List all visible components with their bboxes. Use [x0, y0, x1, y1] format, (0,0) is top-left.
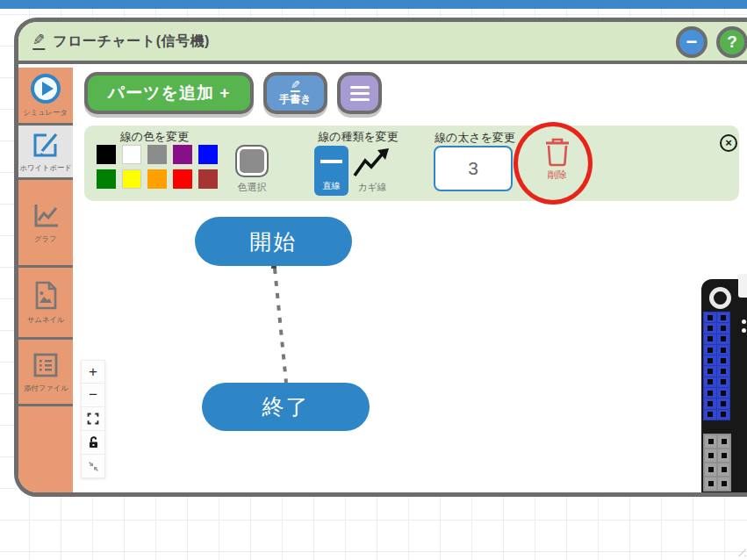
- shrink-icon: [88, 461, 99, 472]
- whiteboard-edit-icon: [31, 130, 61, 160]
- sidebar-item-simulator[interactable]: シミュレータ: [18, 68, 73, 126]
- board-pin: [704, 345, 716, 355]
- gpio-header-gray: [703, 434, 731, 492]
- lock-button[interactable]: [81, 431, 105, 455]
- board-pin: [717, 355, 729, 365]
- board-pin: [705, 435, 716, 448]
- flowchart-node-end[interactable]: 終了: [202, 383, 370, 431]
- board-pin: [704, 334, 716, 344]
- window-titlebar: ✎ フローチャート(信号機) − ?: [18, 22, 747, 64]
- board-pin: [704, 355, 716, 365]
- zoom-in-button[interactable]: +: [81, 360, 105, 384]
- board-pin: [717, 312, 729, 322]
- color-swatch[interactable]: [147, 169, 167, 189]
- color-swatch[interactable]: [97, 169, 116, 189]
- color-picker-label: 色選択: [228, 181, 276, 194]
- play-icon: [30, 73, 61, 104]
- board-pin: [704, 366, 716, 376]
- board-pin: [718, 477, 729, 490]
- board-pin: [705, 477, 716, 490]
- lock-icon: [88, 436, 99, 449]
- sidebar-item-label: サムネイル: [27, 314, 64, 325]
- flowchart-window: ✎ フローチャート(信号機) − ? シミュレータ ホワイトボード: [14, 18, 747, 497]
- board-pin: [704, 410, 716, 420]
- board-pin: [704, 312, 716, 322]
- straight-line-button[interactable]: 直線: [314, 146, 348, 196]
- board-pin: [717, 334, 729, 344]
- delete-button[interactable]: 削除: [538, 137, 577, 190]
- color-swatch[interactable]: [122, 145, 141, 164]
- board-pin: [717, 345, 729, 355]
- fit-view-button[interactable]: [81, 407, 105, 431]
- angled-line-button[interactable]: [353, 148, 391, 178]
- sidebar: シミュレータ ホワイトボード グラフ サムネイル: [18, 68, 73, 492]
- help-button[interactable]: ?: [716, 26, 747, 58]
- zoom-out-button[interactable]: −: [81, 384, 105, 407]
- sidebar-item-label: 添付ファイル: [24, 383, 68, 393]
- line-chart-icon: [30, 201, 61, 231]
- sidebar-item-label: グラフ: [34, 233, 56, 244]
- sidebar-item-attachments[interactable]: 添付ファイル: [18, 340, 73, 406]
- color-swatch[interactable]: [173, 169, 192, 189]
- resize-corner-hint: [736, 546, 746, 556]
- image-file-icon: [31, 280, 61, 312]
- color-swatch[interactable]: [122, 169, 141, 189]
- board-pin: [704, 398, 716, 408]
- thickness-section-label: 線の太さを変更: [427, 130, 523, 146]
- fit-view-icon: [87, 413, 99, 425]
- board-pin: [717, 377, 729, 387]
- board-pin: [718, 435, 729, 448]
- color-swatch[interactable]: [198, 169, 218, 189]
- thickness-input[interactable]: [434, 146, 513, 191]
- delete-label: 削除: [548, 169, 567, 182]
- gpio-header-blue: [703, 312, 730, 420]
- menu-icon: [350, 86, 370, 89]
- type-section-label: 線の種類を変更: [305, 129, 411, 145]
- shrink-view-button[interactable]: [81, 455, 105, 478]
- board-pin: [717, 398, 729, 408]
- color-swatch[interactable]: [173, 145, 192, 164]
- board-pin: [717, 410, 729, 420]
- color-swatch[interactable]: [97, 145, 116, 164]
- pencil-icon: ✎: [291, 79, 300, 92]
- board-mounting-hole: [709, 287, 731, 309]
- color-swatch[interactable]: [147, 145, 167, 164]
- trash-icon: [544, 137, 571, 167]
- board-pin: [717, 388, 729, 398]
- menu-button[interactable]: [337, 72, 382, 114]
- board-pin: [718, 449, 729, 462]
- zoom-controls: + −: [81, 360, 105, 478]
- color-picker-button[interactable]: [235, 145, 269, 177]
- color-section-label: 線の色を変更: [93, 129, 216, 145]
- angled-line-label: カギ線: [348, 181, 397, 194]
- attachment-list-icon: [31, 350, 61, 380]
- board-pin: [704, 323, 716, 333]
- straight-line-label: 直線: [314, 180, 348, 192]
- zigzag-arrow-icon: [353, 148, 391, 178]
- panel-close-button[interactable]: ×: [720, 134, 737, 152]
- color-swatches: [97, 145, 218, 189]
- sidebar-item-graph[interactable]: グラフ: [18, 180, 73, 268]
- add-parts-button[interactable]: パーツを追加 +: [84, 72, 254, 114]
- board-pin: [705, 449, 716, 462]
- board-pin: [704, 377, 716, 387]
- line-edit-panel: 線の色を変更 色選択 線の種類を変更 直線 カギ線 線の太さを変更 削除: [84, 126, 739, 201]
- window-title: フローチャート(信号機): [53, 32, 210, 51]
- board-tab: [738, 274, 747, 298]
- sidebar-item-whiteboard[interactable]: ホワイトボード: [18, 126, 73, 180]
- board-pin: [717, 323, 729, 333]
- sidebar-item-label: ホワイトボード: [19, 162, 71, 173]
- edit-pencil-icon: ✎: [32, 32, 45, 50]
- handwriting-button[interactable]: ✎ 手書き: [263, 72, 327, 114]
- board-pin: [718, 463, 729, 476]
- sidebar-item-label: シミュレータ: [24, 107, 68, 118]
- minimize-button[interactable]: −: [676, 26, 707, 58]
- board-pin: [705, 463, 716, 476]
- circuit-board-image: [701, 279, 747, 492]
- color-swatch[interactable]: [198, 145, 218, 164]
- handwriting-label: 手書き: [279, 92, 311, 107]
- browser-top-bar: [0, 0, 747, 9]
- flowchart-node-start[interactable]: 開始: [195, 217, 352, 266]
- sidebar-item-thumbnail[interactable]: サムネイル: [18, 268, 73, 340]
- straight-line-icon: [320, 160, 342, 163]
